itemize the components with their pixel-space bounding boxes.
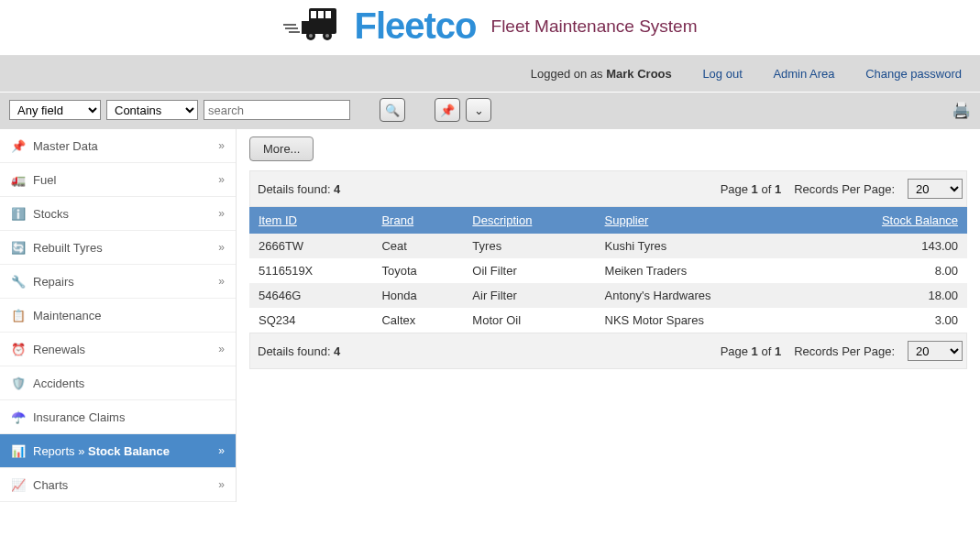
- app-header: Fleetco Fleet Maintenance System: [0, 0, 980, 56]
- nav-icon: ℹ️: [11, 206, 26, 221]
- field-select[interactable]: Any field: [9, 100, 101, 120]
- sidebar-item-label: Charts: [33, 478, 68, 492]
- nav-icon: 🔧: [11, 274, 26, 289]
- sidebar-item-charts[interactable]: 📈Charts»: [0, 468, 236, 502]
- table-row[interactable]: 5116519XToyotaOil FilterMeiken Traders8.…: [249, 258, 967, 283]
- cell-desc: Motor Oil: [463, 308, 595, 333]
- col-description[interactable]: Description: [463, 207, 595, 234]
- operator-select[interactable]: Contains: [106, 100, 198, 120]
- sidebar-item-label: Fuel: [33, 173, 56, 187]
- logged-prefix: Logged on as: [531, 67, 606, 81]
- user-bar: Logged on as Mark Croos Log out Admin Ar…: [0, 56, 980, 92]
- sidebar-item-label: Repairs: [33, 275, 74, 289]
- rpp-label: Records Per Page:: [794, 182, 895, 196]
- sidebar-item-label: Insurance Claims: [33, 410, 125, 424]
- nav-icon: ☂️: [11, 410, 26, 424]
- chevron-right-icon: »: [218, 173, 225, 186]
- col-stock-balance[interactable]: Stock Balance: [807, 207, 967, 234]
- cell-balance: 143.00: [807, 234, 967, 258]
- sidebar-item-renewals[interactable]: ⏰Renewals»: [0, 333, 236, 366]
- nav-icon: 🛡️: [11, 376, 26, 390]
- brand-tagline: Fleet Maintenance System: [491, 16, 698, 37]
- details-found-label: Details found:: [258, 182, 334, 196]
- sidebar-item-rebuilt-tyres[interactable]: 🔄Rebuilt Tyres»: [0, 231, 236, 265]
- cell-item_id: 54646G: [249, 283, 372, 308]
- nav-icon: ⏰: [11, 342, 26, 356]
- table-row[interactable]: SQ234CaltexMotor OilNKS Motor Spares3.00: [249, 308, 967, 333]
- nav-icon: 🔄: [11, 240, 26, 255]
- sidebar-item-fuel[interactable]: 🚛Fuel»: [0, 163, 236, 197]
- svg-point-8: [325, 34, 329, 38]
- sidebar-item-insurance-claims[interactable]: ☂️Insurance Claims: [0, 400, 236, 434]
- col-item-id[interactable]: Item ID: [249, 207, 372, 234]
- cell-supplier: Meiken Traders: [596, 258, 808, 283]
- sidebar-item-reports-stock-balance[interactable]: 📊Reports » Stock Balance»: [0, 434, 236, 468]
- chevron-right-icon: »: [218, 139, 225, 152]
- data-table: Item IDBrandDescriptionSupplierStock Bal…: [249, 207, 967, 333]
- table-row[interactable]: 2666TWCeatTyresKushi Tyres143.00: [249, 234, 967, 258]
- sidebar-item-label: Rebuilt Tyres: [33, 241, 103, 255]
- sidebar-item-label: Reports » Stock Balance: [33, 444, 170, 458]
- cell-desc: Air Filter: [463, 283, 595, 308]
- print-icon[interactable]: 🖨️: [952, 101, 971, 120]
- cell-desc: Oil Filter: [463, 258, 595, 283]
- svg-point-7: [309, 34, 313, 38]
- rpp-label-b: Records Per Page:: [794, 344, 895, 358]
- chevron-down-icon: ⌄: [474, 104, 484, 117]
- change-password-link[interactable]: Change password: [865, 67, 962, 81]
- nav-icon: 📈: [11, 477, 26, 492]
- svg-rect-3: [318, 11, 324, 18]
- sidebar-item-label: Renewals: [33, 343, 85, 356]
- details-found-label-b: Details found:: [258, 344, 334, 358]
- pin-icon: 📌: [440, 104, 455, 117]
- sidebar-item-label: Accidents: [33, 377, 84, 390]
- pin-button[interactable]: 📌: [435, 98, 460, 122]
- cell-brand: Toyota: [372, 258, 463, 283]
- nav-icon: 🚛: [11, 172, 26, 187]
- bus-logo-icon: [283, 5, 349, 48]
- col-brand[interactable]: Brand: [372, 207, 463, 234]
- sidebar-item-maintenance[interactable]: 📋Maintenance: [0, 299, 236, 333]
- nav-icon: 📋: [11, 308, 26, 322]
- chevron-right-icon: »: [218, 275, 225, 288]
- col-supplier[interactable]: Supplier: [596, 207, 808, 234]
- magnifier-icon: 🔍: [385, 104, 400, 117]
- sidebar-item-repairs[interactable]: 🔧Repairs»: [0, 265, 236, 299]
- chevron-right-icon: »: [218, 478, 225, 491]
- cell-item_id: 2666TW: [249, 234, 372, 258]
- sidebar-item-master-data[interactable]: 📌Master Data»: [0, 129, 236, 163]
- sidebar-item-label: Maintenance: [33, 309, 101, 322]
- logged-on-text: Logged on as Mark Croos: [531, 67, 676, 81]
- sidebar-item-stocks[interactable]: ℹ️Stocks»: [0, 197, 236, 231]
- svg-rect-2: [311, 11, 316, 18]
- chevron-right-icon: »: [218, 241, 225, 254]
- admin-area-link[interactable]: Admin Area: [773, 67, 834, 81]
- logout-link[interactable]: Log out: [702, 67, 742, 81]
- cell-supplier: Kushi Tyres: [596, 234, 808, 258]
- cell-item_id: SQ234: [249, 308, 372, 333]
- sidebar-item-label: Stocks: [33, 207, 69, 221]
- sidebar-item-accidents[interactable]: 🛡️Accidents: [0, 366, 236, 400]
- cell-brand: Honda: [372, 283, 463, 308]
- search-button[interactable]: 🔍: [380, 98, 405, 122]
- search-input[interactable]: [204, 100, 350, 120]
- sidebar: 📌Master Data»🚛Fuel»ℹ️Stocks»🔄Rebuilt Tyr…: [0, 129, 237, 502]
- expand-button[interactable]: ⌄: [466, 98, 491, 122]
- table-row[interactable]: 54646GHondaAir FilterAntony's Hardwares1…: [249, 283, 967, 308]
- toolbar: Any field Contains 🔍 📌 ⌄ 🖨️: [0, 92, 980, 129]
- status-row-bottom: Details found: 4 Page 1 of 1 Records Per…: [249, 333, 967, 369]
- main-content: More... Details found: 4 Page 1 of 1 Rec…: [237, 129, 980, 388]
- username: Mark Croos: [606, 67, 672, 81]
- records-per-page-select-b[interactable]: 20: [908, 341, 963, 361]
- cell-brand: Ceat: [372, 234, 463, 258]
- cell-balance: 8.00: [807, 258, 967, 283]
- records-per-page-select[interactable]: 20: [908, 179, 963, 199]
- cell-supplier: Antony's Hardwares: [596, 283, 808, 308]
- more-button[interactable]: More...: [249, 137, 314, 161]
- cell-balance: 18.00: [807, 283, 967, 308]
- chevron-right-icon: »: [218, 343, 225, 355]
- brand-name: Fleetco: [355, 5, 477, 47]
- page-indicator-b: Page 1 of 1: [721, 344, 782, 358]
- cell-supplier: NKS Motor Spares: [596, 308, 808, 333]
- nav-icon: 📊: [11, 443, 26, 458]
